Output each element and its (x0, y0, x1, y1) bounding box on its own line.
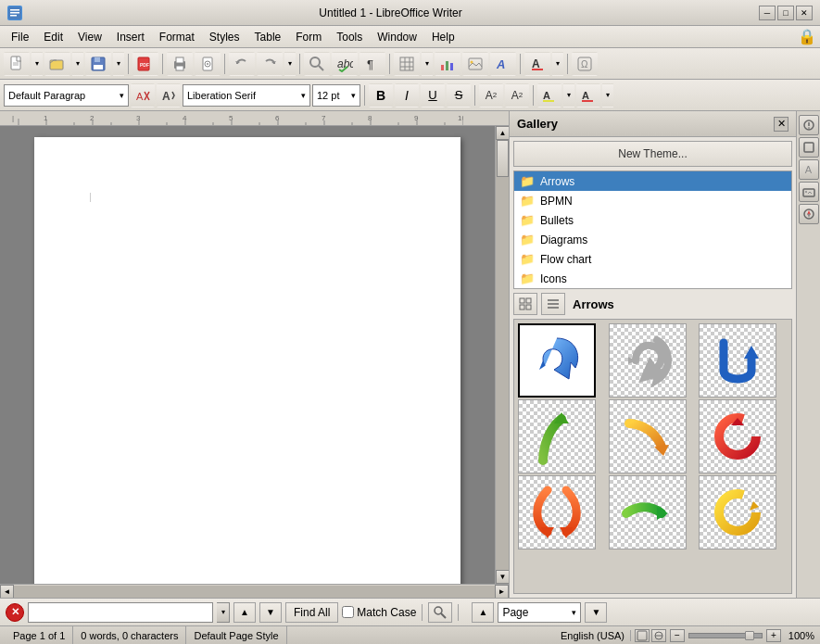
font-color-dropdown[interactable]: ▾ (602, 83, 613, 107)
gallery-item-bullets[interactable]: 📁 Bullets (514, 210, 791, 230)
thumbnail-8[interactable] (609, 475, 687, 549)
new-dropdown-arrow[interactable]: ▾ (32, 52, 43, 76)
menu-styles[interactable]: Styles (202, 29, 247, 45)
document-page-area[interactable] (0, 126, 495, 584)
redo-dropdown-arrow[interactable]: ▾ (284, 52, 296, 76)
zoom-out-button[interactable]: − (670, 629, 685, 642)
paragraph-style-dropdown[interactable]: Default Paragrap ▾ (4, 84, 129, 107)
page-down-button[interactable]: ▼ (585, 602, 607, 623)
find-next-button[interactable]: ▼ (259, 602, 282, 623)
font-color-button[interactable]: A (576, 83, 600, 107)
gallery-grid-view-button[interactable] (513, 293, 537, 315)
thumbnail-3[interactable] (699, 323, 776, 398)
menu-table[interactable]: Table (247, 29, 289, 45)
menu-edit[interactable]: Edit (36, 29, 70, 45)
new-button[interactable] (4, 52, 30, 76)
view-mode-print-button[interactable] (635, 629, 650, 642)
sidebar-gallery-button[interactable] (799, 182, 819, 202)
text-color-dropdown[interactable]: ▾ (552, 52, 563, 76)
char-highlight-button[interactable]: A (537, 83, 561, 107)
close-button[interactable]: ✕ (796, 6, 813, 20)
save-button[interactable] (85, 52, 111, 76)
hscroll-track[interactable] (14, 586, 495, 598)
open-dropdown-arrow[interactable]: ▾ (72, 52, 83, 76)
find-replace-button[interactable] (304, 52, 330, 76)
thumbnail-1[interactable] (518, 323, 596, 398)
scroll-thumb[interactable] (497, 140, 509, 177)
export-pdf-button[interactable]: PDF (132, 52, 158, 76)
gallery-list-view-button[interactable] (541, 293, 565, 315)
insert-fontwork-button[interactable]: A (490, 52, 516, 76)
superscript-button[interactable]: A2 (479, 83, 503, 107)
match-case-checkbox[interactable] (342, 606, 354, 618)
toolbar-lock-icon[interactable]: 🔒 (798, 28, 816, 45)
underline-button[interactable]: U (421, 83, 445, 107)
gallery-item-diagrams[interactable]: 📁 Diagrams (514, 230, 791, 249)
spellcheck-button[interactable]: abc (332, 52, 358, 76)
thumbnail-9[interactable] (699, 475, 776, 549)
scroll-track[interactable] (496, 140, 509, 570)
hscroll-left-button[interactable]: ◄ (0, 585, 14, 599)
gallery-item-bpmn[interactable]: 📁 BPMN (514, 191, 791, 210)
insert-special-button[interactable]: Ω (572, 52, 598, 76)
page-up-button[interactable]: ▲ (472, 602, 494, 623)
maximize-button[interactable]: □ (777, 6, 794, 20)
menu-file[interactable]: File (4, 29, 36, 45)
insert-table-dropdown[interactable]: ▾ (422, 52, 433, 76)
find-options-button[interactable] (428, 602, 452, 623)
zoom-in-button[interactable]: + (766, 629, 781, 642)
find-all-button[interactable]: Find All (285, 602, 338, 623)
thumbnail-6[interactable] (699, 399, 776, 474)
find-input-dropdown-arrow[interactable]: ▾ (217, 602, 230, 623)
menu-help[interactable]: Help (424, 29, 462, 45)
gallery-new-theme-button[interactable]: New Theme... (513, 141, 792, 167)
menu-insert[interactable]: Insert (109, 29, 152, 45)
menu-form[interactable]: Form (288, 29, 329, 45)
font-name-dropdown[interactable]: Liberation Serif ▾ (183, 84, 310, 107)
print-preview-button[interactable] (195, 52, 221, 76)
sidebar-navigator-button[interactable]: A (799, 159, 819, 180)
sidebar-properties-button[interactable] (799, 115, 819, 135)
horizontal-scrollbar[interactable]: ◄ ► (0, 584, 509, 598)
scroll-up-button[interactable]: ▲ (496, 126, 509, 140)
menu-window[interactable]: Window (370, 29, 424, 45)
gallery-item-arrows[interactable]: 📁 Arrows (514, 171, 791, 191)
subscript-button[interactable]: A2 (505, 83, 529, 107)
sidebar-compass-button[interactable] (799, 204, 819, 224)
gallery-close-button[interactable]: ✕ (774, 117, 788, 132)
thumbnail-2[interactable] (609, 323, 687, 398)
scroll-down-button[interactable]: ▼ (496, 570, 509, 584)
sidebar-styles-button[interactable] (799, 137, 819, 158)
formatting-marks-button[interactable]: ¶ (360, 52, 385, 76)
redo-button[interactable] (257, 52, 283, 76)
hscroll-right-button[interactable]: ► (495, 585, 509, 599)
thumbnail-4[interactable] (518, 399, 596, 474)
bold-button[interactable]: B (369, 83, 393, 107)
italic-button[interactable]: I (395, 83, 419, 107)
print-button[interactable] (167, 52, 193, 76)
vertical-scrollbar[interactable]: ▲ ▼ (495, 126, 509, 584)
insert-chart-button[interactable] (435, 52, 460, 76)
find-prev-button[interactable]: ▲ (233, 602, 256, 623)
text-color-button[interactable]: A (524, 52, 550, 76)
view-mode-web-button[interactable] (651, 629, 666, 642)
thumbnail-5[interactable] (609, 399, 687, 474)
clear-format-button[interactable]: A (131, 83, 155, 107)
save-dropdown-arrow[interactable]: ▾ (113, 52, 124, 76)
match-case-checkbox-label[interactable]: Match Case (342, 606, 416, 619)
find-close-button[interactable]: ✕ (6, 603, 24, 622)
strikethrough-button[interactable]: S (447, 83, 471, 107)
open-button[interactable] (44, 52, 70, 76)
zoom-slider-thumb[interactable] (745, 631, 754, 640)
thumbnail-7[interactable] (518, 475, 596, 549)
menu-view[interactable]: View (70, 29, 109, 45)
menu-tools[interactable]: Tools (329, 29, 370, 45)
gallery-item-icons[interactable]: 📁 Icons (514, 269, 791, 288)
insert-table-button[interactable] (394, 52, 420, 76)
undo-button[interactable] (229, 52, 255, 76)
zoom-slider[interactable] (688, 633, 763, 638)
page-type-dropdown[interactable]: Page ▾ (498, 602, 581, 623)
gallery-item-flowchart[interactable]: 📁 Flow chart (514, 249, 791, 269)
minimize-button[interactable]: ─ (759, 6, 776, 20)
find-search-input[interactable] (28, 602, 213, 623)
